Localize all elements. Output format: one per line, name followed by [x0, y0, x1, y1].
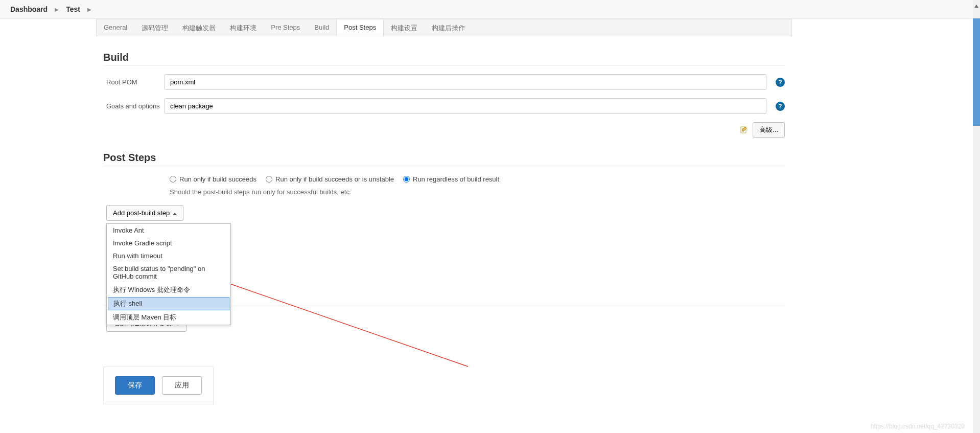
advanced-button[interactable]: 高级... — [753, 122, 785, 138]
tab-post-build-actions[interactable]: 构建后操作 — [425, 19, 472, 36]
menu-invoke-gradle[interactable]: Invoke Gradle script — [107, 237, 230, 249]
label-goals: Goals and options — [103, 102, 165, 110]
radio-succeeds-label: Run only if build succeeds — [179, 175, 256, 183]
help-icon[interactable]: ? — [776, 102, 785, 111]
section-post-steps-title: Post Steps — [103, 152, 785, 166]
help-icon[interactable]: ? — [776, 78, 785, 87]
tab-pre-steps[interactable]: Pre Steps — [264, 19, 307, 36]
post-steps-helper: Should the post-build steps run only for… — [170, 188, 785, 196]
bottom-actions: 保存 应用 — [103, 367, 214, 404]
row-root-pom: Root POM ? — [103, 74, 785, 90]
breadcrumb-current[interactable]: Test — [66, 5, 80, 13]
breadcrumb-root[interactable]: Dashboard — [10, 5, 48, 13]
chevron-right-icon: ▶ — [55, 7, 59, 12]
add-post-build-step-label: Add post-build step — [113, 209, 170, 217]
menu-execute-shell[interactable]: 执行 shell — [108, 297, 229, 310]
caret-up-icon — [173, 209, 177, 217]
tab-build-env[interactable]: 构建环境 — [223, 19, 264, 36]
post-steps-radio-row: Run only if build succeeds Run only if b… — [170, 175, 785, 183]
input-root-pom[interactable] — [165, 74, 766, 90]
tab-general[interactable]: General — [97, 19, 134, 36]
menu-top-maven[interactable]: 调用顶层 Maven 目标 — [107, 310, 230, 325]
tab-build[interactable]: Build — [307, 19, 336, 36]
config-tabs: General 源码管理 构建触发器 构建环境 Pre Steps Build … — [96, 19, 792, 36]
input-goals[interactable] — [165, 98, 766, 114]
field-goals — [165, 98, 766, 114]
tab-build-settings[interactable]: 构建设置 — [384, 19, 425, 36]
add-post-build-step-button[interactable]: Add post-build step — [106, 205, 183, 221]
chevron-right-icon: ▶ — [87, 7, 91, 12]
tab-scm[interactable]: 源码管理 — [134, 19, 175, 36]
scroll-thumb[interactable] — [973, 18, 980, 126]
add-post-build-step-menu: Invoke Ant Invoke Gradle script Run with… — [106, 223, 231, 325]
scroll-up-icon[interactable] — [974, 2, 979, 7]
notepad-icon[interactable] — [739, 125, 749, 134]
field-root-pom — [165, 74, 766, 90]
radio-unstable-input[interactable] — [266, 176, 272, 183]
tab-post-steps[interactable]: Post Steps — [336, 19, 384, 36]
menu-windows-batch[interactable]: 执行 Windows 批处理命令 — [107, 283, 230, 297]
breadcrumb: Dashboard ▶ Test ▶ — [0, 0, 980, 19]
row-goals: Goals and options ? — [103, 98, 785, 114]
tab-triggers[interactable]: 构建触发器 — [175, 19, 223, 36]
menu-invoke-ant[interactable]: Invoke Ant — [107, 224, 230, 237]
radio-succeeds-input[interactable] — [170, 176, 176, 183]
radio-unstable-label: Run only if build succeeds or is unstabl… — [275, 175, 394, 183]
menu-github-pending[interactable]: Set build status to "pending" on GitHub … — [107, 262, 230, 283]
add-post-build-step-wrap: Add post-build step Invoke Ant Invoke Gr… — [106, 205, 785, 221]
save-button[interactable]: 保存 — [115, 376, 155, 395]
config-content: Build Root POM ? Goals and options ? 高级.… — [96, 36, 792, 420]
apply-button[interactable]: 应用 — [162, 376, 202, 395]
radio-unstable[interactable]: Run only if build succeeds or is unstabl… — [266, 175, 394, 183]
advanced-row: 高级... — [103, 122, 785, 138]
radio-regardless-label: Run regardless of build result — [413, 175, 499, 183]
radio-succeeds[interactable]: Run only if build succeeds — [170, 175, 256, 183]
radio-regardless[interactable]: Run regardless of build result — [403, 175, 499, 183]
scrollbar[interactable] — [973, 0, 980, 420]
section-build-title: Build — [103, 52, 785, 66]
radio-regardless-input[interactable] — [403, 176, 410, 183]
main-column: General 源码管理 构建触发器 构建环境 Pre Steps Build … — [96, 19, 792, 420]
label-root-pom: Root POM — [103, 78, 165, 86]
menu-run-timeout[interactable]: Run with timeout — [107, 249, 230, 262]
